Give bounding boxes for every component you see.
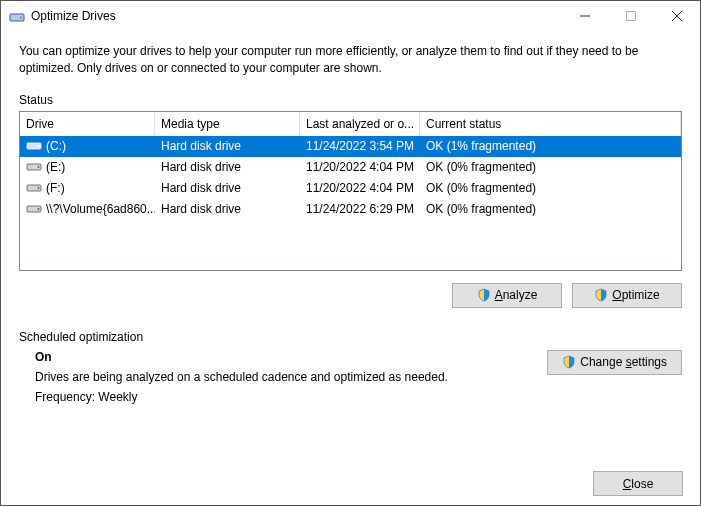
- analyze-label: Analyze: [495, 288, 538, 302]
- table-row[interactable]: (F:)Hard disk drive11/20/2022 4:04 PMOK …: [20, 178, 681, 199]
- cell-drive: \\?\Volume{6ad860...: [20, 202, 155, 216]
- table-header: Drive Media type Last analyzed or o... C…: [20, 112, 681, 136]
- change-settings-button[interactable]: Change settings: [547, 350, 682, 375]
- cell-drive: (C:): [20, 139, 155, 153]
- optimize-label: Optimize: [612, 288, 659, 302]
- cell-media: Hard disk drive: [155, 202, 300, 216]
- drive-name: (F:): [46, 181, 65, 195]
- svg-point-7: [38, 145, 40, 147]
- app-icon: [9, 8, 25, 24]
- maximize-button[interactable]: [608, 1, 654, 31]
- svg-point-1: [20, 17, 22, 19]
- drive-name: (C:): [46, 139, 66, 153]
- cell-drive: (E:): [20, 160, 155, 174]
- drive-icon: [26, 203, 42, 215]
- titlebar: Optimize Drives: [1, 1, 700, 31]
- shield-icon: [594, 288, 608, 302]
- col-status[interactable]: Current status: [420, 112, 681, 136]
- svg-point-11: [38, 187, 40, 189]
- cell-status: OK (0% fragmented): [420, 160, 681, 174]
- intro-text: You can optimize your drives to help you…: [19, 43, 682, 77]
- cell-status: OK (0% fragmented): [420, 181, 681, 195]
- col-last[interactable]: Last analyzed or o...: [300, 112, 420, 136]
- svg-point-9: [38, 166, 40, 168]
- cell-last: 11/24/2022 6:29 PM: [300, 202, 420, 216]
- table-row[interactable]: \\?\Volume{6ad860...Hard disk drive11/24…: [20, 199, 681, 220]
- table-row[interactable]: (C:)Hard disk drive11/24/2022 3:54 PMOK …: [20, 136, 681, 157]
- col-drive[interactable]: Drive: [20, 112, 155, 136]
- schedule-desc: Drives are being analyzed on a scheduled…: [35, 370, 547, 384]
- drive-name: (E:): [46, 160, 65, 174]
- table-row[interactable]: (E:)Hard disk drive11/20/2022 4:04 PMOK …: [20, 157, 681, 178]
- schedule-freq: Frequency: Weekly: [35, 390, 547, 404]
- drive-icon: [26, 161, 42, 173]
- cell-status: OK (0% fragmented): [420, 202, 681, 216]
- schedule-label: Scheduled optimization: [19, 330, 682, 344]
- analyze-button[interactable]: Analyze: [452, 283, 562, 308]
- drive-icon: [26, 182, 42, 194]
- cell-last: 11/20/2022 4:04 PM: [300, 160, 420, 174]
- drive-name: \\?\Volume{6ad860...: [46, 202, 155, 216]
- drive-icon: [26, 140, 42, 152]
- cell-last: 11/24/2022 3:54 PM: [300, 139, 420, 153]
- close-label: Close: [623, 477, 654, 491]
- window-title: Optimize Drives: [31, 9, 562, 23]
- shield-icon: [477, 288, 491, 302]
- optimize-button[interactable]: Optimize: [572, 283, 682, 308]
- svg-rect-3: [627, 12, 636, 21]
- shield-icon: [562, 355, 576, 369]
- cell-media: Hard disk drive: [155, 160, 300, 174]
- close-button[interactable]: Close: [593, 471, 683, 496]
- status-label: Status: [19, 93, 682, 107]
- cell-drive: (F:): [20, 181, 155, 195]
- drive-table: Drive Media type Last analyzed or o... C…: [19, 111, 682, 271]
- close-window-button[interactable]: [654, 1, 700, 31]
- window-controls: [562, 1, 700, 31]
- cell-media: Hard disk drive: [155, 181, 300, 195]
- svg-point-13: [38, 208, 40, 210]
- col-media[interactable]: Media type: [155, 112, 300, 136]
- cell-status: OK (1% fragmented): [420, 139, 681, 153]
- schedule-on: On: [35, 350, 547, 364]
- cell-media: Hard disk drive: [155, 139, 300, 153]
- minimize-button[interactable]: [562, 1, 608, 31]
- change-label: Change settings: [580, 355, 667, 369]
- cell-last: 11/20/2022 4:04 PM: [300, 181, 420, 195]
